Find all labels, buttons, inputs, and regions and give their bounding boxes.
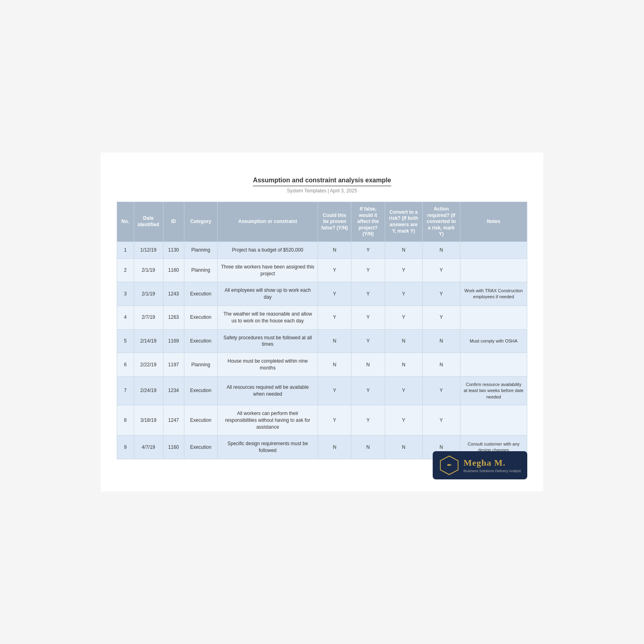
cell-id: 1247 xyxy=(163,405,184,435)
cell-action: N xyxy=(423,329,460,353)
cell-action: N xyxy=(423,353,460,377)
cell-category: Execution xyxy=(184,405,217,435)
col-header-assumption: Assumption or constraint xyxy=(217,202,318,242)
table-row: 52/14/191169ExecutionSafety procedures m… xyxy=(117,329,527,353)
col-header-proven: Could this be proven false? (Y/N) xyxy=(318,202,351,242)
cell-proven: Y xyxy=(318,376,351,405)
cell-date: 1/12/19 xyxy=(134,242,163,259)
cell-affect: Y xyxy=(351,282,385,306)
table-row: 83/18/191247ExecutionAll workers can per… xyxy=(117,405,527,435)
cell-assumption: All workers can perform their responsibi… xyxy=(217,405,318,435)
cell-notes xyxy=(460,242,527,259)
title-section: Assumption and constraint analysis examp… xyxy=(117,177,527,194)
analysis-table: No. Date identified ID Category Assumpti… xyxy=(117,202,527,459)
cell-action: Y xyxy=(423,376,460,405)
cell-id: 1234 xyxy=(163,376,184,405)
cell-action: Y xyxy=(423,306,460,330)
cell-affect: Y xyxy=(351,242,385,259)
cell-affect: N xyxy=(351,436,385,459)
cell-convert: Y xyxy=(385,376,423,405)
brand-info: Megha M. Business Solutions Delivery Ana… xyxy=(463,458,521,473)
cell-no: 3 xyxy=(117,282,134,306)
cell-id: 1169 xyxy=(163,329,184,353)
cell-date: 2/7/19 xyxy=(134,306,163,330)
cell-id: 1130 xyxy=(163,242,184,259)
cell-convert: Y xyxy=(385,405,423,435)
cell-id: 1160 xyxy=(163,436,184,459)
col-header-action: Action required? (If converted to a risk… xyxy=(423,202,460,242)
col-header-notes: Notes xyxy=(460,202,527,242)
cell-date: 2/24/19 xyxy=(134,376,163,405)
cell-action: N xyxy=(423,242,460,259)
cell-proven: Y xyxy=(318,282,351,306)
cell-action: Y xyxy=(423,282,460,306)
cell-no: 5 xyxy=(117,329,134,353)
cell-date: 4/7/19 xyxy=(134,436,163,459)
cell-affect: Y xyxy=(351,405,385,435)
cell-proven: N xyxy=(318,329,351,353)
cell-proven: N xyxy=(318,353,351,377)
cell-notes: Must comply with OSHA xyxy=(460,329,527,353)
cell-convert: Y xyxy=(385,258,423,282)
cell-assumption: The weather will be reasonable and allow… xyxy=(217,306,318,330)
cell-proven: N xyxy=(318,242,351,259)
cell-no: 8 xyxy=(117,405,134,435)
table-row: 62/22/191197PlanningHouse must be comple… xyxy=(117,353,527,377)
cell-id: 1160 xyxy=(163,258,184,282)
cell-proven: Y xyxy=(318,258,351,282)
cell-notes xyxy=(460,306,527,330)
cell-action: Y xyxy=(423,405,460,435)
cell-proven: Y xyxy=(318,405,351,435)
table-row: 22/1/191160PlanningThree site workers ha… xyxy=(117,258,527,282)
cell-affect: N xyxy=(351,353,385,377)
page-title: Assumption and constraint analysis examp… xyxy=(253,177,391,186)
cell-action: Y xyxy=(423,258,460,282)
cell-date: 2/22/19 xyxy=(134,353,163,377)
cell-no: 1 xyxy=(117,242,134,259)
cell-notes xyxy=(460,353,527,377)
cell-assumption: Project has a budget of $520,000 xyxy=(217,242,318,259)
cell-date: 2/1/19 xyxy=(134,258,163,282)
cell-no: 6 xyxy=(117,353,134,377)
cell-assumption: All employees will show up to work each … xyxy=(217,282,318,306)
cell-no: 7 xyxy=(117,376,134,405)
table-row: 32/1/191243ExecutionAll employees will s… xyxy=(117,282,527,306)
cell-convert: N xyxy=(385,436,423,459)
cell-notes xyxy=(460,405,527,435)
cell-no: 9 xyxy=(117,436,134,459)
brand-hex-icon: ✒ xyxy=(439,455,459,475)
cell-affect: Y xyxy=(351,258,385,282)
cell-id: 1263 xyxy=(163,306,184,330)
cell-convert: N xyxy=(385,329,423,353)
cell-no: 4 xyxy=(117,306,134,330)
col-header-no: No. xyxy=(117,202,134,242)
cell-assumption: Specific design requirements must be fol… xyxy=(217,436,318,459)
cell-date: 2/1/19 xyxy=(134,282,163,306)
brand-badge: ✒ Megha M. Business Solutions Delivery A… xyxy=(433,451,527,479)
page-subtitle: System Templates | April 3, 2025 xyxy=(117,188,527,194)
cell-category: Planning xyxy=(184,258,217,282)
table-row: 42/7/191263ExecutionThe weather will be … xyxy=(117,306,527,330)
table-row: 72/24/191234ExecutionAll resources requi… xyxy=(117,376,527,405)
col-header-convert: Convert to a risk? (If both answers are … xyxy=(385,202,423,242)
cell-notes: Work with TRAX Construction employees if… xyxy=(460,282,527,306)
cell-assumption: Safety procedures must be followed at al… xyxy=(217,329,318,353)
cell-affect: Y xyxy=(351,329,385,353)
cell-category: Planning xyxy=(184,353,217,377)
cell-id: 1197 xyxy=(163,353,184,377)
cell-no: 2 xyxy=(117,258,134,282)
cell-category: Execution xyxy=(184,436,217,459)
cell-assumption: All resources required will be available… xyxy=(217,376,318,405)
cell-notes xyxy=(460,258,527,282)
cell-category: Planning xyxy=(184,242,217,259)
cell-category: Execution xyxy=(184,282,217,306)
cell-id: 1243 xyxy=(163,282,184,306)
cell-assumption: House must be completed within nine mont… xyxy=(217,353,318,377)
col-header-id: ID xyxy=(163,202,184,242)
cell-category: Execution xyxy=(184,329,217,353)
cell-category: Execution xyxy=(184,376,217,405)
cell-proven: Y xyxy=(318,306,351,330)
col-header-date: Date identified xyxy=(134,202,163,242)
cell-date: 3/18/19 xyxy=(134,405,163,435)
cell-proven: N xyxy=(318,436,351,459)
